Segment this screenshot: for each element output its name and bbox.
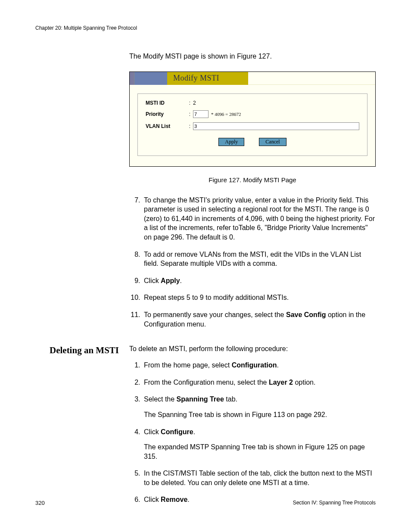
steps-list-a: To change the MSTI's priority value, ent… (129, 196, 376, 329)
priority-label: Priority (146, 111, 179, 117)
step-b2: From the Configuration menu, select the … (142, 378, 376, 387)
step-b1: From the home page, select Configuration… (142, 361, 376, 370)
intro-paragraph: The Modify MSTI page is shown in Figure … (129, 52, 376, 61)
step-b3-note: The Spanning Tree tab is shown in Figure… (144, 410, 376, 420)
figure-modify-msti: Modify MSTI MSTI ID : 2 Priority : (129, 72, 376, 167)
vlan-list-label: VLAN List (146, 123, 179, 129)
cancel-button[interactable]: Cancel (259, 138, 286, 146)
window-corner (130, 72, 134, 85)
step-b5: In the CIST/MSTI Table section of the ta… (142, 469, 376, 487)
deleting-intro: To delete an MSTI, perform the following… (129, 345, 376, 353)
step-10: Repeat steps 5 to 9 to modify additional… (142, 293, 376, 302)
step-7: To change the MSTI's priority value, ent… (142, 196, 376, 242)
page-number: 320 (35, 500, 45, 506)
priority-input[interactable]: 7 (193, 110, 209, 118)
title-bar-spacer (134, 72, 167, 85)
steps-list-b: From the home page, select Configuration… (129, 361, 376, 504)
chapter-header: Chapter 20: Multiple Spanning Tree Proto… (35, 25, 376, 31)
msti-id-value: 2 (193, 100, 359, 106)
step-11: To permanently save your changes, select… (142, 310, 376, 329)
step-b3: Select the Spanning Tree tab. The Spanni… (142, 395, 376, 419)
msti-id-label: MSTI ID (146, 100, 179, 106)
figure-caption: Figure 127. Modify MSTI Page (129, 176, 376, 184)
step-b4: Click Configure. The expanded MSTP Spann… (142, 427, 376, 461)
footer-section: Section IV: Spanning Tree Protocols (293, 500, 376, 506)
step-8: To add or remove VLANs from the MSTI, ed… (142, 250, 376, 268)
priority-calc: * 4096 = 28672 (211, 112, 241, 117)
section-heading-deleting: Deleting an MSTI (35, 345, 129, 356)
vlan-list-input[interactable]: 3 (193, 122, 359, 130)
apply-button[interactable]: Apply (218, 138, 244, 146)
step-9: Click Apply. (142, 276, 376, 286)
dialog-title: Modify MSTI (167, 72, 248, 85)
step-b4-note: The expanded MSTP Spanning Tree tab is s… (144, 442, 376, 461)
